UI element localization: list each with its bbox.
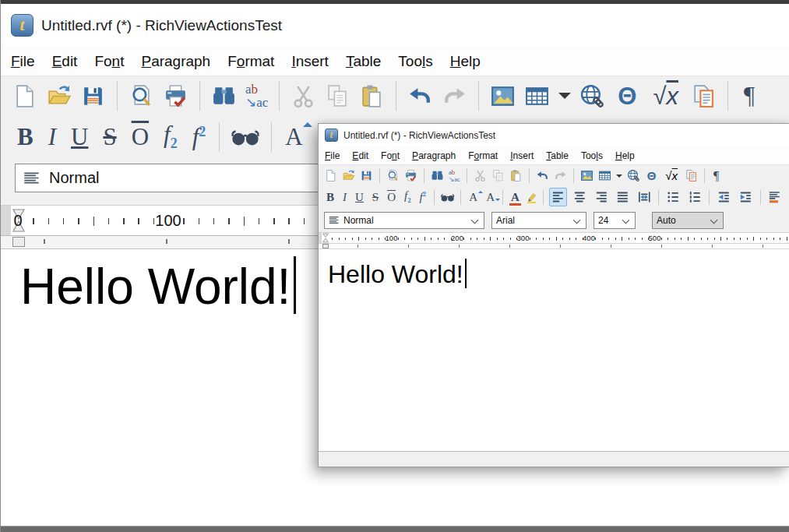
menu-help[interactable]: Help	[442, 53, 489, 70]
italic-button[interactable]: I	[340, 192, 349, 203]
subscript-button[interactable]: f2	[160, 122, 181, 150]
overline-button[interactable]: O	[128, 125, 153, 149]
grow-font-button[interactable]: A	[281, 125, 306, 149]
paragraph-color-icon[interactable]	[766, 188, 784, 206]
print-preview-icon[interactable]	[386, 169, 400, 182]
open-file-icon[interactable]	[46, 83, 72, 109]
indent-markers-icon[interactable]	[322, 233, 329, 243]
table-dropdown-arrow-icon[interactable]	[616, 174, 622, 181]
replace-icon[interactable]: ab ↘ac	[245, 83, 268, 109]
insert-document-icon[interactable]	[691, 83, 717, 109]
underline-button[interactable]: U	[67, 125, 92, 149]
line-spacing-icon[interactable]	[636, 188, 653, 206]
strikethrough-button[interactable]: S	[370, 192, 381, 203]
menu-file[interactable]: File	[319, 150, 346, 161]
font-color-button[interactable]: A	[509, 192, 522, 203]
reading-glasses-icon[interactable]	[229, 125, 262, 149]
style-combobox[interactable]: Normal	[324, 212, 484, 229]
zoom-combobox[interactable]: Auto	[652, 212, 724, 229]
italic-button[interactable]: I	[44, 125, 60, 149]
bold-button[interactable]: B	[324, 192, 336, 203]
align-right-icon[interactable]	[593, 188, 611, 206]
title-bar[interactable]: t Untitled.rvf (*) - RichViewActionsTest	[1, 4, 789, 47]
insert-table-icon[interactable]	[524, 83, 550, 109]
horizontal-line-icon[interactable]: Θ	[645, 170, 659, 181]
align-justify-icon[interactable]	[614, 188, 632, 206]
redo-icon[interactable]	[442, 83, 467, 109]
table-dropdown-arrow-icon[interactable]	[558, 93, 571, 105]
menu-format[interactable]: Format	[219, 53, 283, 70]
paste-icon[interactable]	[509, 169, 523, 182]
bold-button[interactable]: B	[13, 125, 37, 149]
print-icon[interactable]	[404, 169, 417, 182]
paste-icon[interactable]	[359, 83, 385, 109]
menu-insert[interactable]: Insert	[283, 53, 337, 70]
superscript-button[interactable]: f2	[417, 191, 429, 203]
cut-icon[interactable]	[474, 169, 487, 182]
menu-tools[interactable]: Tools	[389, 53, 441, 70]
copy-icon[interactable]	[491, 169, 505, 182]
hyperlink-icon[interactable]	[627, 169, 640, 182]
subscript-button[interactable]: f2	[402, 190, 414, 204]
undo-icon[interactable]	[536, 169, 549, 182]
align-center-icon[interactable]	[571, 188, 589, 206]
underline-button[interactable]: U	[353, 192, 366, 203]
bullet-list-icon[interactable]	[664, 188, 682, 206]
save-icon[interactable]	[80, 83, 106, 109]
menu-paragraph[interactable]: Paragraph	[406, 150, 462, 161]
redo-icon[interactable]	[554, 169, 567, 182]
menu-font[interactable]: Font	[86, 53, 132, 70]
menu-paragraph[interactable]: Paragraph	[132, 53, 219, 70]
menu-help[interactable]: Help	[609, 150, 641, 161]
font-size-combobox[interactable]: 24	[594, 212, 636, 229]
replace-icon[interactable]: ab ↘ac	[449, 169, 460, 182]
hyperlink-icon[interactable]	[579, 83, 605, 109]
insert-table-icon[interactable]	[598, 169, 611, 182]
print-icon[interactable]	[163, 83, 188, 109]
title-bar[interactable]: t Untitled.rvf (*) - RichViewActionsTest	[319, 124, 789, 146]
grow-font-button[interactable]: A	[467, 192, 480, 203]
equation-icon[interactable]: √x	[663, 170, 680, 181]
numbered-list-icon[interactable]	[686, 188, 704, 206]
insert-document-icon[interactable]	[685, 169, 698, 182]
align-left-icon[interactable]	[549, 188, 567, 206]
formatting-marks-icon[interactable]: ¶	[739, 82, 759, 110]
menu-tools[interactable]: Tools	[575, 150, 609, 161]
copy-icon[interactable]	[325, 83, 350, 109]
increase-indent-icon[interactable]	[737, 188, 755, 206]
font-combobox[interactable]: Arial	[491, 212, 586, 229]
left-indent-marker[interactable]	[12, 237, 25, 247]
open-file-icon[interactable]	[342, 169, 355, 182]
menu-edit[interactable]: Edit	[44, 53, 86, 70]
insert-picture-icon[interactable]	[580, 169, 594, 182]
menu-insert[interactable]: Insert	[504, 150, 540, 161]
strikethrough-button[interactable]: S	[99, 125, 120, 149]
horizontal-line-icon[interactable]: Θ	[614, 84, 640, 108]
print-preview-icon[interactable]	[129, 83, 154, 109]
menu-table[interactable]: Table	[337, 53, 389, 70]
decrease-indent-icon[interactable]	[715, 188, 733, 206]
menu-table[interactable]: Table	[540, 150, 575, 161]
equation-icon[interactable]: √x	[649, 84, 682, 108]
menu-file[interactable]: File	[2, 53, 44, 70]
menu-font[interactable]: Font	[375, 150, 406, 161]
find-icon[interactable]	[431, 169, 444, 182]
shrink-font-button[interactable]: A	[484, 192, 497, 203]
new-document-icon[interactable]	[12, 83, 37, 109]
overline-button[interactable]: O	[385, 192, 398, 203]
save-icon[interactable]	[360, 169, 373, 182]
style-combobox[interactable]: Normal	[15, 164, 350, 192]
document-editor[interactable]: Hello World!	[319, 249, 789, 451]
highlight-color-icon[interactable]	[526, 191, 538, 204]
new-document-icon[interactable]	[324, 169, 337, 182]
reading-glasses-icon[interactable]	[440, 192, 455, 203]
undo-icon[interactable]	[407, 83, 433, 109]
superscript-button[interactable]: f2	[188, 125, 210, 149]
left-indent-marker[interactable]	[322, 244, 329, 248]
menu-format[interactable]: Format	[462, 150, 504, 161]
insert-picture-icon[interactable]	[490, 83, 516, 109]
find-icon[interactable]	[211, 83, 237, 109]
menu-edit[interactable]: Edit	[346, 150, 375, 161]
cut-icon[interactable]	[291, 83, 316, 109]
formatting-marks-icon[interactable]: ¶	[711, 169, 721, 183]
